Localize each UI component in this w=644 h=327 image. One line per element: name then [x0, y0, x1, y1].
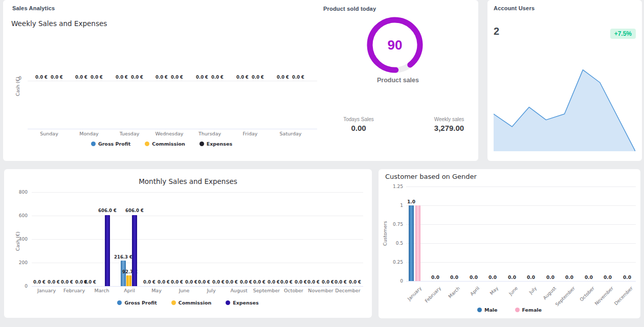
legend-item-expenses[interactable]: Expenses [199, 141, 232, 147]
expenses-dot-icon [199, 142, 204, 146]
weekly-x-label-tuesday: Tuesday [109, 131, 150, 136]
weekly-zero-gridline [28, 81, 317, 81]
expenses-dot-icon [226, 300, 230, 305]
weekly-x-label-friday: Friday [230, 131, 271, 136]
bar-april-expenses [132, 215, 137, 286]
bar-january-female [415, 205, 420, 281]
weekly-sales-label: Weekly sales [411, 116, 487, 122]
weekly-sales-value: 3,279.00 [411, 124, 487, 132]
value-label: 0.0 € [91, 75, 103, 80]
weekly-value-labels-wednesday: 0.0 €0.0 € [149, 75, 190, 80]
value-label: 0.0 € [75, 75, 87, 80]
bar-april-commission [126, 275, 131, 286]
bar-january-male [409, 205, 414, 281]
donut-center-value: 90 [364, 14, 426, 76]
value-label: 0.0 € [252, 75, 264, 80]
legend-item-female[interactable]: Female [515, 307, 542, 313]
weekly-x-label-wednesday: Wednesday [149, 131, 190, 136]
commission-dot-icon [171, 300, 176, 305]
legend-item-commission[interactable]: Commission [145, 141, 185, 147]
weekly-value-labels-thursday: 0.0 €0.0 € [189, 75, 230, 80]
sales-analytics-card: Sales Analytics Weekly Sales and Expense… [3, 0, 478, 161]
value-label: 0.0 € [35, 75, 48, 80]
change-badge: +7.5% [610, 29, 636, 39]
weekly-value-labels-monday: 0.0 €0.0 € [69, 75, 109, 80]
label-january-value: 1.0 [396, 199, 427, 204]
todays-sales-label: Todays Sales [320, 116, 397, 122]
value-label: 0.0 € [156, 75, 168, 80]
todays-sales-value: 0.00 [320, 124, 397, 132]
gross-profit-dot-icon [91, 142, 96, 146]
weekly-value-labels-tuesday: 0.0 €0.0 € [109, 75, 150, 80]
value-label: 0.0 € [116, 75, 128, 80]
value-label: 0.0 € [236, 75, 249, 80]
legend-label: Expenses [207, 141, 232, 147]
label-april-expenses: 606.0 € [119, 208, 150, 213]
weekly-value-labels-sunday: 0.0 €0.0 € [29, 75, 70, 80]
weekly-x-label-sunday: Sunday [29, 131, 70, 136]
legend-label: Gross Profit [124, 300, 157, 306]
value-label: 0.0 € [292, 75, 304, 80]
male-dot-icon [477, 308, 482, 312]
monthly-x-label-december: December [327, 288, 368, 293]
bar-march-expenses [105, 215, 110, 286]
monthly-legend: Gross Profit Commission Expenses [4, 300, 372, 306]
legend-item-gross-profit[interactable]: Gross Profit [117, 300, 157, 306]
label-april-commission: 92.7 € [115, 269, 145, 274]
legend-label: Commission [179, 300, 211, 306]
sales-analytics-header: Sales Analytics [12, 5, 55, 11]
legend-label: Expenses [233, 300, 258, 306]
value-label: 0.0 € [211, 75, 224, 80]
legend-item-male[interactable]: Male [477, 307, 498, 313]
weekly-x-axis-line [28, 129, 317, 129]
value-label: 0.0 € [196, 75, 208, 80]
account-users-header: Account Users [494, 5, 535, 11]
weekly-legend: Gross Profit Commission Expenses [3, 141, 320, 147]
weekly-x-label-monday: Monday [69, 131, 109, 136]
account-users-count: 2 [494, 26, 499, 37]
label-march-expenses: 606.0 € [92, 208, 123, 213]
weekly-value-labels-friday: 0.0 €0.0 € [230, 75, 271, 80]
gender-chart-card: Customer based on Gender Customers 1.25 … [379, 169, 640, 318]
weekly-y-tick-0: 0 [12, 76, 21, 81]
legend-label: Female [522, 307, 542, 313]
weekly-value-labels-saturday: 0.0 €0.0 € [270, 75, 311, 80]
legend-label: Gross Profit [98, 141, 130, 147]
product-sold-header: Product sold today [323, 6, 376, 12]
female-dot-icon [515, 308, 520, 312]
donut-caption: Product sales [357, 77, 439, 84]
account-users-card: Account Users 2 +7.5% [487, 0, 642, 161]
gender-x-axis-line [406, 281, 636, 282]
legend-item-commission[interactable]: Commission [171, 300, 211, 306]
value-label: 0.0 € [51, 75, 63, 80]
monthly-chart-card: Monthly Sales and Expenses Cash (€) 800 … [4, 169, 372, 318]
legend-item-gross-profit[interactable]: Gross Profit [91, 141, 130, 147]
value-label: 0.0 € [277, 75, 289, 80]
gender-legend: Male Female [379, 307, 640, 313]
users-trend-chart [494, 66, 635, 151]
legend-item-expenses[interactable]: Expenses [226, 300, 258, 306]
gender-zero-label-december: 0.0 [612, 275, 642, 280]
gender-plot-area: 1.0 [379, 186, 640, 281]
monthly-plot-area: 216.3 € 92.7 € 606.0 € 606.0 € [4, 192, 372, 286]
weekly-chart-title: Weekly Sales and Expenses [11, 19, 107, 28]
weekly-x-label-saturday: Saturday [270, 131, 311, 136]
legend-label: Commission [152, 141, 185, 147]
weekly-x-label-thursday: Thursday [189, 131, 230, 136]
commission-dot-icon [145, 142, 149, 146]
gender-chart-title: Customer based on Gender [385, 173, 477, 180]
monthly-chart-title: Monthly Sales and Expenses [4, 177, 372, 185]
gross-profit-dot-icon [117, 300, 122, 305]
legend-label: Male [484, 307, 498, 313]
monthly-x-axis-line [32, 286, 363, 287]
value-label: 0.0 € [131, 75, 143, 80]
value-label: 0.0 € [171, 75, 183, 80]
